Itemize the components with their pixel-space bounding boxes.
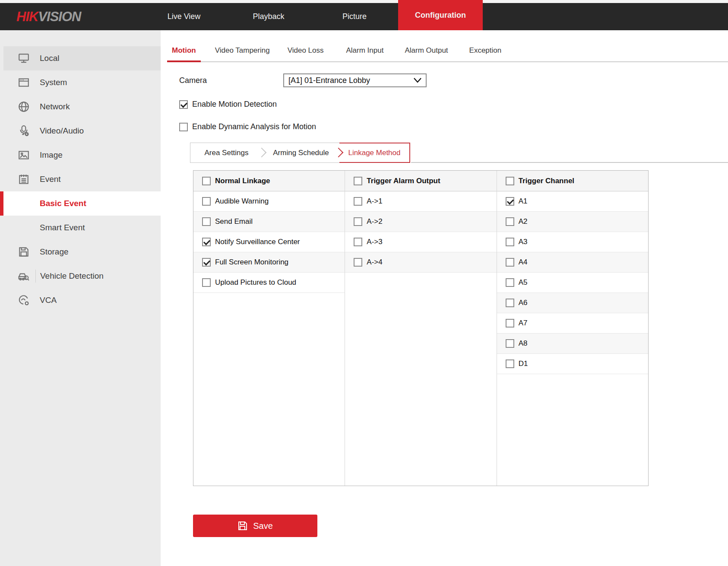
- trigger-channel-column: Trigger Channel A1 A2 A3: [497, 171, 648, 486]
- picture-icon: [17, 149, 30, 162]
- table-row[interactable]: A->2: [345, 212, 496, 232]
- table-row[interactable]: A->4: [345, 252, 496, 273]
- table-row[interactable]: A8: [497, 334, 648, 354]
- enable-motion-detection-row[interactable]: Enable Motion Detection: [179, 100, 277, 109]
- page: HIKVISION Live View Playback Picture Con…: [0, 0, 728, 566]
- table-row[interactable]: Send Email: [193, 212, 345, 232]
- table-row[interactable]: A5: [497, 273, 648, 293]
- sidebar-item-storage[interactable]: Storage: [3, 240, 161, 264]
- save-button[interactable]: Save: [193, 515, 317, 537]
- sidebar-item-local[interactable]: Local: [3, 46, 161, 70]
- sidebar-item-basic-event[interactable]: Basic Event: [3, 191, 161, 216]
- tab-alarm-input[interactable]: Alarm Input: [346, 41, 383, 62]
- trigger-alarm-output-header-checkbox[interactable]: [354, 177, 362, 185]
- cell-label: Full Screen Monitoring: [215, 258, 288, 267]
- cell-label: A->1: [367, 197, 382, 206]
- tab-motion[interactable]: Motion: [172, 41, 196, 62]
- send-email-checkbox[interactable]: [202, 217, 211, 226]
- trigger-channel-header-checkbox[interactable]: [506, 177, 514, 185]
- alarm-output-3-checkbox[interactable]: [354, 238, 362, 246]
- top-strip: [0, 0, 728, 3]
- table-row[interactable]: Notify Surveillance Center: [193, 232, 345, 252]
- camera-select[interactable]: [A1] 01-Entrance Lobby: [283, 73, 427, 87]
- normal-linkage-header-checkbox[interactable]: [202, 177, 211, 185]
- tab-video-loss[interactable]: Video Loss: [288, 41, 324, 62]
- camera-label: Camera: [179, 73, 207, 87]
- enable-dynamic-analysis-row[interactable]: Enable Dynamic Analysis for Motion: [179, 122, 316, 131]
- subtab-arming-schedule[interactable]: Arming Schedule: [263, 143, 339, 163]
- notepad-icon: [17, 173, 30, 186]
- upload-pictures-cloud-checkbox[interactable]: [202, 278, 211, 287]
- cell-label: A3: [519, 238, 528, 246]
- sidebar-item-video-audio[interactable]: Video/Audio: [3, 119, 161, 143]
- sidebar-item-vehicle-detection[interactable]: Vehicle Detection: [3, 264, 161, 288]
- table-row[interactable]: A->1: [345, 191, 496, 212]
- channel-a3-checkbox[interactable]: [506, 238, 514, 246]
- table-row[interactable]: A7: [497, 313, 648, 334]
- nav-picture[interactable]: Picture: [335, 3, 374, 30]
- notify-surveillance-center-checkbox[interactable]: [202, 238, 211, 246]
- audible-warning-checkbox[interactable]: [202, 197, 211, 206]
- table-row[interactable]: A1: [497, 191, 648, 212]
- sidebar-item-label: Network: [40, 102, 70, 111]
- normal-linkage-header: Normal Linkage: [193, 171, 345, 191]
- table-row[interactable]: D1: [497, 354, 648, 374]
- enable-dynamic-analysis-label: Enable Dynamic Analysis for Motion: [192, 122, 316, 131]
- sidebar-item-vca[interactable]: VCA: [3, 288, 161, 312]
- sidebar-item-smart-event[interactable]: Smart Event: [3, 216, 161, 240]
- enable-dynamic-analysis-checkbox[interactable]: [179, 123, 188, 131]
- sidebar-item-system[interactable]: System: [3, 70, 161, 95]
- tab-alarm-output[interactable]: Alarm Output: [405, 41, 448, 62]
- window-icon: [17, 76, 30, 89]
- channel-a7-checkbox[interactable]: [506, 319, 514, 328]
- enable-motion-detection-checkbox[interactable]: [179, 100, 188, 109]
- table-row[interactable]: A2: [497, 212, 648, 232]
- table-row[interactable]: A3: [497, 232, 648, 252]
- sidebar-item-image[interactable]: Image: [3, 143, 161, 167]
- channel-a6-checkbox[interactable]: [506, 299, 514, 307]
- icon-label-divider: [35, 270, 36, 283]
- table-row[interactable]: Full Screen Monitoring: [193, 252, 345, 273]
- nav-configuration[interactable]: Configuration: [398, 0, 483, 30]
- nav-playback[interactable]: Playback: [247, 3, 290, 30]
- channel-a5-checkbox[interactable]: [506, 278, 514, 287]
- sidebar-item-label: Local: [40, 54, 59, 63]
- channel-a1-checkbox[interactable]: [506, 197, 514, 206]
- save-button-label: Save: [253, 521, 273, 531]
- column-header-label: Trigger Alarm Output: [367, 177, 440, 185]
- table-row[interactable]: A->3: [345, 232, 496, 252]
- table-row[interactable]: Audible Warning: [193, 191, 345, 212]
- alarm-output-1-checkbox[interactable]: [354, 197, 362, 206]
- table-row[interactable]: A4: [497, 252, 648, 273]
- full-screen-monitoring-checkbox[interactable]: [202, 258, 211, 267]
- cell-label: A2: [519, 217, 528, 226]
- sidebar-item-network[interactable]: Network: [3, 95, 161, 119]
- cell-label: Upload Pictures to Cloud: [215, 278, 296, 287]
- table-row[interactable]: Upload Pictures to Cloud: [193, 273, 345, 293]
- tab-video-tampering[interactable]: Video Tampering: [215, 41, 270, 62]
- main-content: Motion Video Tampering Video Loss Alarm …: [161, 30, 728, 566]
- nav-live-view[interactable]: Live View: [162, 3, 206, 30]
- monitor-icon: [17, 52, 30, 65]
- cell-label: A8: [519, 339, 528, 348]
- floppy-icon: [17, 245, 30, 258]
- cell-label: A->3: [367, 238, 382, 246]
- channel-a4-checkbox[interactable]: [506, 258, 514, 267]
- subtab-area-settings[interactable]: Area Settings: [190, 143, 263, 163]
- tab-exception[interactable]: Exception: [469, 41, 502, 62]
- active-indicator-bar: [0, 191, 3, 216]
- channel-a2-checkbox[interactable]: [506, 217, 514, 226]
- cell-label: Send Email: [215, 217, 253, 226]
- sidebar-item-event[interactable]: Event: [3, 167, 161, 191]
- alarm-output-4-checkbox[interactable]: [354, 258, 362, 267]
- channel-a8-checkbox[interactable]: [506, 339, 514, 348]
- cell-label: A->4: [367, 258, 382, 267]
- alarm-output-2-checkbox[interactable]: [354, 217, 362, 226]
- table-row[interactable]: A6: [497, 293, 648, 313]
- subtab-linkage-method[interactable]: Linkage Method: [339, 143, 410, 163]
- camera-select-value: [A1] 01-Entrance Lobby: [288, 76, 414, 85]
- sidebar-item-label: Event: [40, 175, 61, 184]
- event-tabbar: Motion Video Tampering Video Loss Alarm …: [172, 41, 501, 62]
- hikvision-logo: HIKVISION: [16, 3, 81, 30]
- channel-d1-checkbox[interactable]: [506, 359, 514, 368]
